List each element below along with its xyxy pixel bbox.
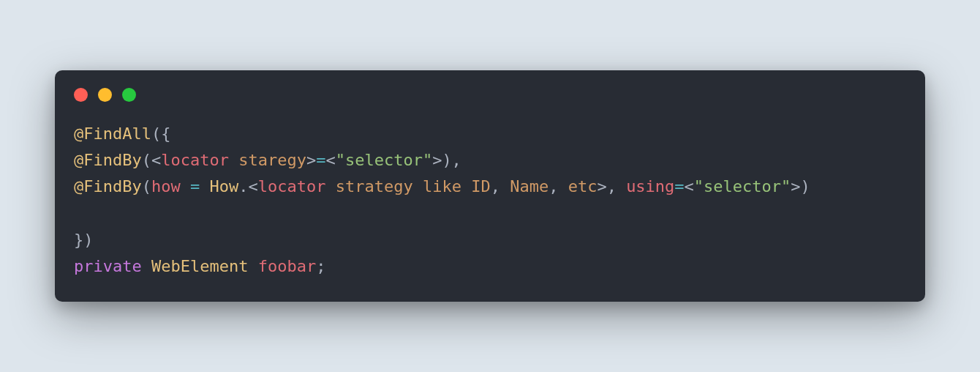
code-line-1: @FindAll({ bbox=[74, 124, 170, 143]
code-line-3: @FindBy(how = How.<locator strategy like… bbox=[74, 177, 810, 196]
window-title-bar bbox=[55, 70, 925, 109]
code-line-6: private WebElement foobar; bbox=[74, 257, 325, 275]
maximize-icon[interactable] bbox=[122, 88, 136, 102]
code-window: @FindAll({ @FindBy(<locator staregy>=<"s… bbox=[55, 70, 925, 302]
code-block: @FindAll({ @FindBy(<locator staregy>=<"s… bbox=[55, 109, 925, 302]
code-line-5: }) bbox=[74, 231, 94, 249]
minimize-icon[interactable] bbox=[98, 88, 112, 102]
close-icon[interactable] bbox=[74, 88, 88, 102]
code-line-2: @FindBy(<locator staregy>=<"selector">), bbox=[74, 151, 461, 169]
